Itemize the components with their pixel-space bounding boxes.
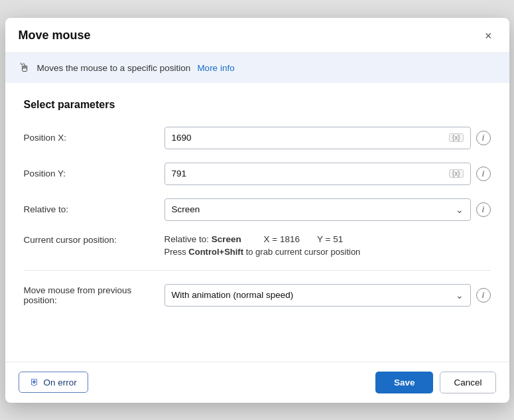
info-banner-text: Moves the mouse to a specific position [37, 63, 191, 73]
on-error-label: On error [44, 378, 77, 387]
hint-key: Control+Shift [188, 247, 243, 257]
cursor-position-label: Current cursor position: [24, 234, 157, 245]
move-from-value: With animation (normal speed) [172, 290, 294, 300]
move-from-select[interactable]: With animation (normal speed) ⌄ [164, 284, 471, 307]
position-y-input[interactable]: 791 {x} [164, 163, 471, 185]
dialog-title: Move mouse [19, 29, 91, 42]
relative-to-select[interactable]: Screen ⌄ [164, 198, 471, 221]
dialog: Move mouse × 🖱 Moves the mouse to a spec… [5, 18, 509, 403]
save-button[interactable]: Save [375, 372, 434, 393]
position-y-clear[interactable]: {x} [449, 169, 464, 178]
relative-label: Relative to: [164, 234, 210, 244]
relative-to-label: Relative to: [24, 204, 157, 214]
position-x-label: Position X: [24, 133, 157, 143]
chevron-down-icon: ⌄ [456, 290, 464, 301]
dialog-footer: ⛨ On error Save Cancel [5, 362, 509, 403]
relative-to-input-group: Screen ⌄ i [164, 198, 491, 221]
close-button[interactable]: × [481, 29, 496, 43]
position-y-value: 791 [172, 169, 187, 178]
position-y-row: Position Y: 791 {x} i [24, 163, 491, 185]
position-x-clear[interactable]: {x} [449, 133, 464, 142]
position-y-info-button[interactable]: i [476, 167, 491, 181]
cursor-y: Y = 51 [317, 234, 343, 244]
relative-to-info-button[interactable]: i [476, 202, 491, 217]
info-banner: 🖱 Moves the mouse to a specific position… [5, 53, 509, 83]
on-error-button[interactable]: ⛨ On error [19, 372, 88, 393]
position-x-input-group: 1690 {x} i [164, 127, 491, 149]
move-from-row: Move mouse from previous position: With … [24, 284, 491, 307]
cursor-position-info: Relative to: Screen X = 1816 Y = 51 Pres… [164, 234, 491, 257]
cancel-button[interactable]: Cancel [440, 372, 495, 393]
relative-to-row: Relative to: Screen ⌄ i [24, 198, 491, 221]
dialog-header: Move mouse × [5, 18, 509, 53]
footer-right: Save Cancel [375, 372, 496, 393]
more-info-link[interactable]: More info [197, 63, 234, 73]
cursor-position-line1: Relative to: Screen X = 1816 Y = 51 [164, 234, 491, 244]
mouse-icon: 🖱 [19, 61, 31, 75]
cursor-x: X = 1816 [264, 234, 300, 244]
hint-suffix: to grab current cursor position [243, 247, 360, 257]
chevron-down-icon: ⌄ [456, 204, 464, 215]
cursor-position-hint: Press Control+Shift to grab current curs… [164, 247, 491, 257]
section-title: Select parameters [24, 99, 491, 111]
relative-value: Screen [212, 234, 241, 244]
hint-prefix: Press [164, 247, 189, 257]
shield-icon: ⛨ [30, 377, 39, 387]
position-x-input[interactable]: 1690 {x} [164, 127, 471, 149]
position-y-label: Position Y: [24, 169, 157, 178]
position-y-input-group: 791 {x} i [164, 163, 491, 185]
position-x-info-button[interactable]: i [476, 131, 491, 145]
dialog-body: Select parameters Position X: 1690 {x} i… [5, 83, 509, 362]
position-x-value: 1690 [172, 133, 192, 143]
cursor-position-row: Current cursor position: Relative to: Sc… [24, 234, 491, 257]
move-from-info-button[interactable]: i [476, 288, 491, 303]
move-from-input-group: With animation (normal speed) ⌄ i [164, 284, 491, 307]
move-from-label: Move mouse from previous position: [24, 285, 157, 305]
position-x-row: Position X: 1690 {x} i [24, 127, 491, 149]
relative-to-value: Screen [172, 204, 200, 214]
divider [24, 270, 491, 271]
